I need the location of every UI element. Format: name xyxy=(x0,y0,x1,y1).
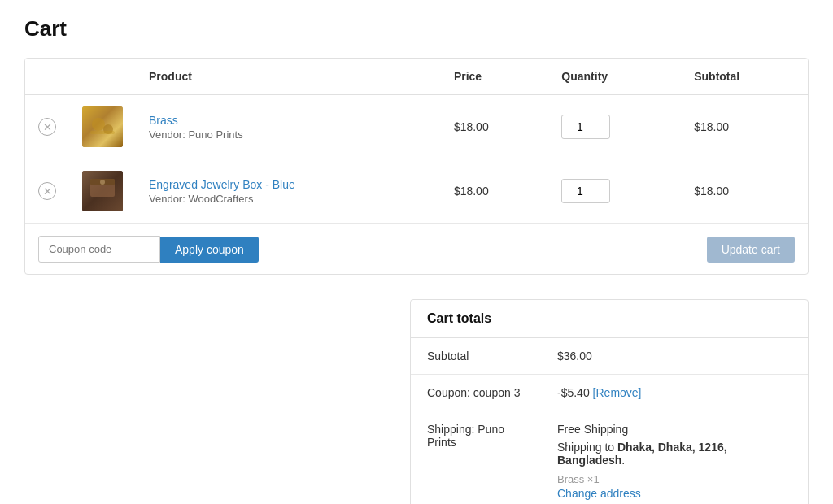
vendor-text: Vendor: Puno Prints xyxy=(149,128,428,141)
vendor-text: Vendor: WoodCrafters xyxy=(149,193,428,205)
cart-table: Product Price Quantity Subtotal ✕BrassVe… xyxy=(25,59,808,224)
remove-coupon-link[interactable]: [Remove] xyxy=(593,386,642,399)
totals-shipping-puno-label: Shipping: Puno Prints xyxy=(411,411,541,505)
col-price-header: Price xyxy=(441,59,548,95)
item-price: $18.00 xyxy=(441,95,548,159)
coupon-input[interactable] xyxy=(38,236,160,263)
cart-totals-title: Cart totals xyxy=(411,300,808,338)
totals-subtotal-label: Subtotal xyxy=(411,338,541,375)
col-remove-header xyxy=(25,59,69,95)
totals-coupon-row: Coupon: coupon 3 -$5.40 [Remove] xyxy=(411,375,808,411)
shipping-puno-location: Shipping to Dhaka, Dhaka, 1216, Banglade… xyxy=(557,441,792,467)
totals-shipping-puno-details: Free Shipping Shipping to Dhaka, Dhaka, … xyxy=(541,411,808,505)
totals-coupon-value: -$5.40 [Remove] xyxy=(541,375,808,411)
item-subtotal: $18.00 xyxy=(681,95,808,159)
col-qty-header: Quantity xyxy=(548,59,681,95)
shipping-puno-item: Brass ×1 xyxy=(557,473,792,485)
cart-table-wrapper: Product Price Quantity Subtotal ✕BrassVe… xyxy=(24,58,809,275)
cart-totals-section: Cart totals Subtotal $36.00 Coupon: coup… xyxy=(410,299,809,504)
product-name-link[interactable]: Engraved Jewelry Box - Blue xyxy=(149,178,295,191)
totals-subtotal-row: Subtotal $36.00 xyxy=(411,338,808,375)
shipping-puno-free: Free Shipping xyxy=(557,423,792,436)
svg-point-1 xyxy=(92,118,105,131)
update-cart-button[interactable]: Update cart xyxy=(707,237,795,263)
apply-coupon-button[interactable]: Apply coupon xyxy=(160,237,259,263)
remove-item-button[interactable]: ✕ xyxy=(38,118,56,136)
item-subtotal: $18.00 xyxy=(681,159,808,224)
product-name-link[interactable]: Brass xyxy=(149,114,178,127)
svg-point-7 xyxy=(100,180,105,185)
quantity-input[interactable] xyxy=(561,179,610,203)
product-thumbnail xyxy=(82,106,123,147)
totals-table: Subtotal $36.00 Coupon: coupon 3 -$5.40 … xyxy=(411,338,808,504)
product-thumbnail xyxy=(82,171,123,211)
col-product-header: Product xyxy=(136,59,441,95)
change-address-link[interactable]: Change address xyxy=(557,487,792,500)
coupon-discount: -$5.40 xyxy=(557,386,590,399)
table-row: ✕BrassVendor: Puno Prints$18.00$18.00 xyxy=(25,95,808,159)
totals-coupon-label: Coupon: coupon 3 xyxy=(411,375,541,411)
cart-totals-wrapper: Cart totals Subtotal $36.00 Coupon: coup… xyxy=(24,299,809,504)
page-title: Cart xyxy=(24,16,809,41)
table-row: ✕Engraved Jewelry Box - BlueVendor: Wood… xyxy=(25,159,808,224)
remove-item-button[interactable]: ✕ xyxy=(38,182,56,200)
shipping-to-text: Shipping to xyxy=(557,441,614,454)
col-thumb-header xyxy=(69,59,136,95)
col-subtotal-header: Subtotal xyxy=(681,59,808,95)
coupon-update-row: Apply coupon Update cart xyxy=(25,224,808,274)
svg-rect-3 xyxy=(90,131,115,134)
totals-shipping-puno-row: Shipping: Puno Prints Free Shipping Ship… xyxy=(411,411,808,505)
quantity-input[interactable] xyxy=(561,115,610,139)
totals-subtotal-value: $36.00 xyxy=(541,338,808,375)
item-price: $18.00 xyxy=(441,159,548,224)
